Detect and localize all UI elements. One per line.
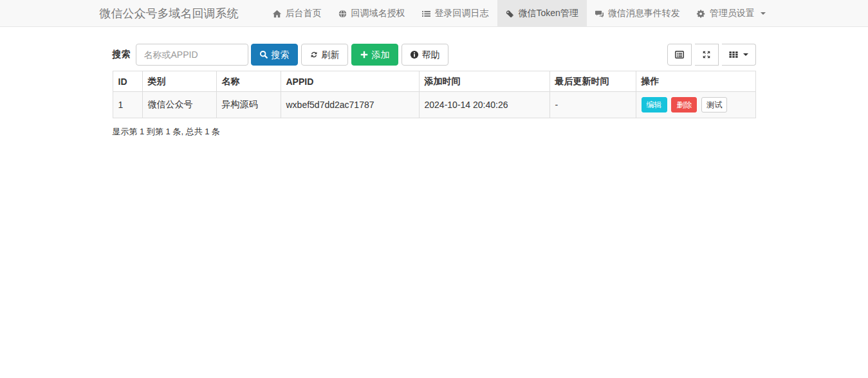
help-button-label: 帮助 (422, 50, 440, 59)
table-header-row: ID 类别 名称 APPID 添加时间 最后更新时间 操作 (113, 71, 755, 92)
navbar: 微信公众号多域名回调系统 后台首页 回调域名授权 登录回调日志 (0, 0, 868, 27)
search-button[interactable]: 搜索 (251, 44, 298, 66)
table-toolbar: 搜索 搜索 刷新 添加 帮助 (113, 44, 756, 66)
key-icon (506, 9, 515, 18)
nav-item-label: 回调域名授权 (351, 8, 405, 19)
add-button-label: 添加 (372, 50, 390, 59)
list-icon (422, 9, 431, 18)
nav-item-msg-forward[interactable]: 微信消息事件转发 (587, 0, 688, 27)
test-button[interactable]: 测试 (701, 97, 727, 113)
view-toolbar (667, 44, 756, 66)
nav-item-admin-settings[interactable]: 管理员设置 (688, 0, 774, 27)
delete-button[interactable]: 删除 (671, 97, 697, 113)
main-content: 搜索 搜索 刷新 添加 帮助 (113, 44, 756, 138)
column-header-name: 名称 (216, 71, 281, 92)
card-view-button[interactable] (667, 44, 692, 66)
cell-id: 1 (113, 92, 142, 118)
nav-item-label: 微信消息事件转发 (608, 8, 680, 19)
refresh-button-label: 刷新 (322, 50, 340, 59)
plus-icon (360, 50, 369, 59)
caret-down-icon (743, 53, 748, 56)
nav-menu: 后台首页 回调域名授权 登录回调日志 微信Token管理 (264, 0, 774, 27)
edit-button[interactable]: 编辑 (642, 97, 667, 113)
cell-added: 2024-10-14 20:40:26 (419, 92, 549, 118)
cell-actions: 编辑 删除 测试 (636, 92, 755, 118)
nav-item-label: 后台首页 (286, 8, 322, 19)
add-button[interactable]: 添加 (351, 44, 398, 66)
refresh-icon (309, 50, 319, 59)
nav-item-label: 登录回调日志 (435, 8, 489, 19)
search-button-label: 搜索 (272, 50, 290, 59)
nav-item-label: 微信Token管理 (519, 8, 578, 19)
brand[interactable]: 微信公众号多域名回调系统 (100, 0, 239, 27)
nav-item-label: 管理员设置 (710, 8, 755, 19)
pagination-detail: 显示第 1 到第 1 条, 总共 1 条 (113, 126, 756, 138)
messages-icon (595, 9, 604, 18)
search-icon (259, 50, 268, 59)
table-row: 1 微信公众号 异构源码 wxbef5d7dd2ac71787 2024-10-… (113, 92, 755, 118)
gear-icon (697, 9, 706, 18)
refresh-button[interactable]: 刷新 (301, 44, 348, 66)
column-header-actions: 操作 (636, 71, 755, 92)
globe-icon (338, 9, 347, 18)
column-header-id: ID (113, 71, 142, 92)
search-label: 搜索 (113, 49, 131, 60)
search-input[interactable] (136, 44, 248, 66)
caret-down-icon (761, 12, 766, 15)
nav-item-token-manage[interactable]: 微信Token管理 (497, 0, 587, 27)
info-icon (410, 50, 419, 59)
nav-item-home[interactable]: 后台首页 (264, 0, 330, 27)
card-view-icon (675, 50, 684, 59)
cell-appid: wxbef5d7dd2ac71787 (281, 92, 419, 118)
nav-item-domain-auth[interactable]: 回调域名授权 (330, 0, 414, 27)
column-header-appid: APPID (281, 71, 419, 92)
column-header-added: 添加时间 (419, 71, 549, 92)
column-header-updated: 最后更新时间 (549, 71, 636, 92)
help-button[interactable]: 帮助 (402, 44, 448, 66)
fullscreen-icon (702, 50, 711, 59)
cell-category: 微信公众号 (142, 92, 216, 118)
columns-icon (729, 50, 738, 59)
cell-updated: - (549, 92, 636, 118)
column-header-category: 类别 (142, 71, 216, 92)
nav-item-login-log[interactable]: 登录回调日志 (414, 0, 497, 27)
home-icon (273, 9, 282, 18)
columns-button[interactable] (722, 44, 756, 66)
token-table: ID 类别 名称 APPID 添加时间 最后更新时间 操作 1 微信公众号 异构… (113, 71, 756, 118)
cell-name: 异构源码 (216, 92, 281, 118)
fullscreen-button[interactable] (695, 44, 719, 66)
